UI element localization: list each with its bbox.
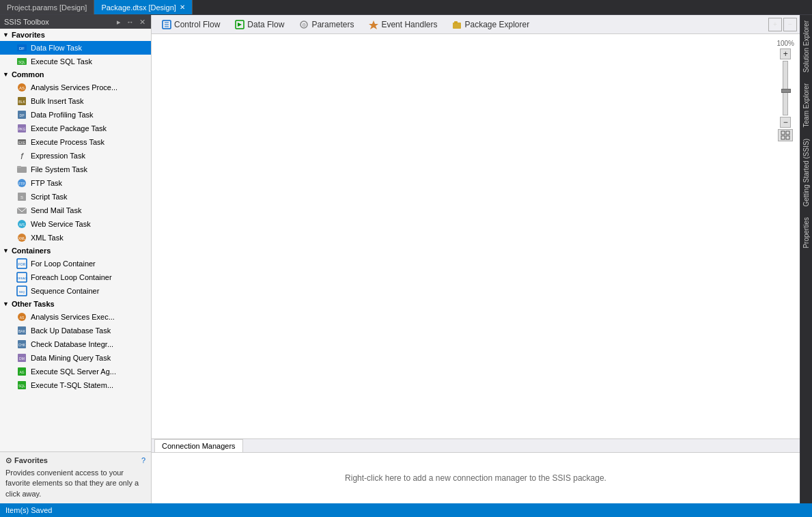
toolbox-list: ▼ Favorites DF Data Flow Task SQL Execut…: [0, 29, 151, 451]
tab-packageexplorer[interactable]: Package Explorer: [445, 16, 537, 32]
toolbox-item-analysisexec[interactable]: AS Analysis Services Exec...: [0, 310, 151, 324]
toolbox-item-expression[interactable]: f Expression Task: [0, 149, 151, 163]
svg-rect-53: [453, 23, 461, 29]
close-tab-icon[interactable]: ✕: [180, 3, 185, 11]
toolbox-item-executepackage[interactable]: PKG Execute Package Task: [0, 122, 151, 135]
section-othertasks-arrow: ▼: [3, 301, 9, 307]
executeprocess-icon: EXE: [16, 137, 27, 148]
toolbox-close-icon[interactable]: ✕: [138, 18, 147, 27]
analysisexec-icon: AS: [16, 311, 27, 322]
zoom-slider-thumb[interactable]: [781, 89, 791, 93]
connection-managers-tab-label[interactable]: Connection Managers: [154, 439, 243, 452]
toolbox-item-executeprocess[interactable]: EXE Execute Process Task: [0, 135, 151, 149]
zoom-slider-track[interactable]: [783, 61, 788, 115]
section-containers[interactable]: ▼ Containers: [0, 244, 151, 257]
tab-controlflow-label: Control Flow: [174, 20, 220, 29]
executepackage-label: Execute Package Task: [31, 124, 107, 132]
svg-text:WS: WS: [19, 223, 25, 227]
sqlag-icon: AG: [16, 366, 27, 377]
svg-text:DP: DP: [20, 113, 25, 117]
toolbox-item-executesql[interactable]: SQL Execute SQL Task: [0, 55, 151, 68]
toolbox-item-forloop[interactable]: FOR For Loop Container: [0, 257, 151, 270]
bulkinsert-icon: BLK: [16, 96, 27, 107]
tab-controlflow[interactable]: Control Flow: [154, 16, 227, 32]
executeprocess-label: Execute Process Task: [31, 138, 104, 146]
zoom-in-button[interactable]: +: [780, 48, 791, 59]
toolbox-item-datamining[interactable]: DM Data Mining Query Task: [0, 351, 151, 365]
toolbox-item-backup[interactable]: BAK Back Up Database Task: [0, 324, 151, 337]
doc-tab-package[interactable]: Package.dtsx [Design] ✕: [94, 0, 192, 14]
toolbox-footer-desc: Provides convenient access to your favor…: [5, 468, 145, 499]
toolbox-pin-icon[interactable]: ▸: [115, 18, 122, 27]
svg-text:f: f: [20, 151, 24, 161]
zoom-out-nav-btn[interactable]: −: [783, 18, 797, 31]
toolbox-item-dataprofiling[interactable]: DP Data Profiling Task: [0, 108, 151, 122]
xml-icon: XML: [16, 232, 27, 243]
toolbox-item-webservice[interactable]: WS Web Service Task: [0, 217, 151, 231]
zoom-controls: 100% + −: [776, 40, 794, 141]
connection-managers-tab[interactable]: Connection Managers: [152, 439, 800, 452]
right-side-panel: Solution Explorer Team Explorer Getting …: [800, 15, 812, 503]
document-tab-bar: Project.params [Design] Package.dtsx [De…: [0, 0, 812, 15]
zoom-out-button[interactable]: −: [780, 117, 791, 128]
toolbox-item-sqlag[interactable]: AG Execute SQL Server Ag...: [0, 365, 151, 378]
section-othertasks[interactable]: ▼ Other Tasks: [0, 298, 151, 310]
analysisproc-label: Analysis Services Proce...: [31, 83, 117, 92]
right-panel-tab-team[interactable]: Team Explorer: [801, 78, 811, 132]
design-canvas[interactable]: 100% + −: [152, 34, 800, 438]
toolbox-item-dataflow[interactable]: DF Data Flow Task: [0, 41, 151, 55]
doc-tab-project[interactable]: Project.params [Design]: [0, 0, 94, 14]
help-icon[interactable]: ?: [141, 456, 145, 464]
svg-text:AS: AS: [20, 316, 25, 320]
tsql-icon: SQL: [16, 380, 27, 391]
status-message: Item(s) Saved: [5, 506, 52, 514]
svg-rect-55: [781, 131, 785, 135]
toolbox-item-sendmail[interactable]: Send Mail Task: [0, 204, 151, 217]
svg-text:AG: AG: [19, 370, 24, 374]
toolbox-item-xml[interactable]: XML XML Task: [0, 231, 151, 244]
toolbox-item-sequence[interactable]: SEQ Sequence Container: [0, 284, 151, 298]
toolbox-footer: ⊙ Favorites ? Provides convenient access…: [0, 451, 151, 503]
sendmail-label: Send Mail Task: [31, 206, 81, 214]
toolbox-item-ftp[interactable]: FTP FTP Task: [0, 176, 151, 190]
right-panel-tab-solution[interactable]: Solution Explorer: [801, 15, 811, 78]
toolbox-resize-icon[interactable]: ↔: [125, 18, 135, 27]
toolbox-item-script[interactable]: S Script Task: [0, 190, 151, 204]
zoom-level-label: 100%: [776, 40, 794, 47]
controlflow-tab-icon: [162, 20, 171, 29]
right-panel-tab-properties[interactable]: Properties: [801, 212, 811, 254]
packageexplorer-tab-icon: [452, 20, 462, 29]
tab-parameters[interactable]: ⚙ Parameters: [292, 16, 361, 32]
dataprofiling-label: Data Profiling Task: [31, 111, 94, 119]
toolbox-item-tsql[interactable]: SQL Execute T-SQL Statem...: [0, 378, 151, 392]
svg-text:DM: DM: [19, 357, 25, 361]
toolbox-item-analysisproc[interactable]: AS Analysis Services Proce...: [0, 81, 151, 94]
foreachloop-label: Foreach Loop Container: [31, 273, 112, 281]
script-icon: S: [16, 191, 27, 202]
svg-text:BAK: BAK: [18, 329, 26, 333]
zoom-in-nav-btn[interactable]: +: [768, 18, 782, 31]
dataflow-task-icon: DF: [16, 42, 27, 53]
filesystem-icon: [16, 164, 27, 175]
svg-text:SQL: SQL: [18, 60, 25, 64]
svg-text:AS: AS: [19, 86, 25, 90]
tab-parameters-label: Parameters: [311, 20, 354, 29]
connection-managers-content[interactable]: Right-click here to add a new connection…: [152, 452, 800, 503]
section-favorites-label: Favorites: [12, 31, 45, 39]
right-panel-tab-gettingstarted[interactable]: Getting Started (SSIS): [801, 133, 811, 212]
expression-label: Expression Task: [31, 152, 85, 160]
tab-dataflow[interactable]: Data Flow: [227, 16, 292, 32]
section-common[interactable]: ▼ Common: [0, 68, 151, 81]
toolbox-item-bulkinsert[interactable]: BLK Bulk Insert Task: [0, 94, 151, 108]
filesystem-label: File System Task: [31, 165, 87, 173]
dataflow-task-label: Data Flow Task: [31, 44, 82, 52]
toolbox-item-checkdb[interactable]: CHK Check Database Integr...: [0, 337, 151, 351]
section-favorites[interactable]: ▼ Favorites: [0, 29, 151, 41]
toolbox-item-foreachloop[interactable]: FOREACH Foreach Loop Container: [0, 270, 151, 284]
fit-to-window-button[interactable]: [778, 129, 793, 141]
sqlag-label: Execute SQL Server Ag...: [31, 367, 116, 376]
collapse-icon[interactable]: ⊙: [5, 456, 12, 465]
tab-eventhandlers[interactable]: Event Handlers: [361, 16, 445, 32]
svg-text:⚙: ⚙: [302, 23, 306, 27]
toolbox-item-filesystem[interactable]: File System Task: [0, 163, 151, 176]
